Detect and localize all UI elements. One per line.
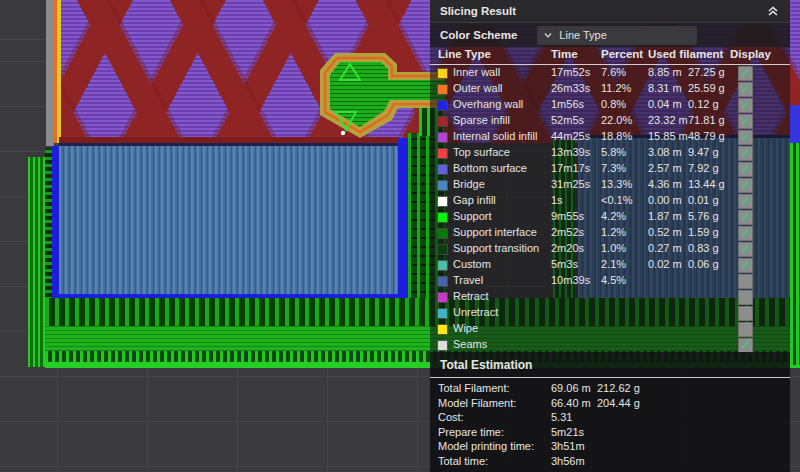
- line-type-row: Wipe: [430, 321, 790, 337]
- line-type-color-swatch: [437, 100, 448, 111]
- line-type-filament-m: 0.52 m: [648, 226, 682, 238]
- line-type-label: Outer wall: [453, 82, 503, 94]
- total-label: Cost:: [438, 411, 464, 423]
- line-type-percent: 22.0%: [601, 114, 632, 126]
- line-type-label: Inner wall: [453, 66, 500, 78]
- line-type-filament-m: 2.57 m: [648, 162, 682, 174]
- line-type-percent: 11.2%: [601, 82, 631, 94]
- line-type-color-swatch: [437, 84, 448, 95]
- line-type-filament-g: 13.44 g: [688, 178, 725, 190]
- line-type-filament-m: 8.31 m: [648, 82, 682, 94]
- display-checkbox[interactable]: ✓: [738, 82, 753, 97]
- line-type-percent: 5.8%: [601, 146, 626, 158]
- total-estimation-section: Total Estimation Total Filament:69.06 m2…: [430, 352, 790, 472]
- line-type-label: Travel: [453, 274, 483, 286]
- bridge-surface: [59, 143, 398, 301]
- edge-support-strip: [790, 143, 800, 365]
- total-label: Prepare time:: [438, 426, 504, 438]
- line-type-color-swatch: [437, 196, 448, 207]
- display-checkbox[interactable]: [738, 306, 753, 321]
- col-used-filament: Used filament: [648, 48, 723, 60]
- display-checkbox[interactable]: ✓: [738, 178, 753, 193]
- total-label: Total time:: [438, 455, 488, 467]
- line-type-filament-m: 4.36 m: [648, 178, 682, 190]
- line-type-row: Custom5m3s2.1%0.02 m0.06 g✓: [430, 257, 790, 273]
- total-estimation-row: Total time:3h56m: [430, 454, 790, 469]
- line-type-filament-m: 0.00 m: [648, 194, 682, 206]
- line-type-color-swatch: [437, 116, 448, 127]
- line-type-row: Retract: [430, 289, 790, 305]
- line-type-label: Bridge: [453, 178, 485, 190]
- line-type-filament-g: 48.79 g: [688, 130, 725, 142]
- display-checkbox[interactable]: [738, 322, 753, 337]
- line-type-filament-g: 71.81 g: [688, 114, 725, 126]
- line-type-time: 2m20s: [551, 242, 584, 254]
- line-type-color-swatch: [437, 292, 448, 303]
- display-checkbox[interactable]: ✓: [738, 226, 753, 241]
- line-type-color-swatch: [437, 260, 448, 271]
- line-type-row: Inner wall17m52s7.6%8.85 m27.25 g✓: [430, 65, 790, 81]
- total-value-1: 5m21s: [551, 426, 584, 438]
- collapse-panel-icon[interactable]: [766, 4, 780, 18]
- display-checkbox[interactable]: ✓: [738, 146, 753, 161]
- seam-dot: [341, 131, 345, 135]
- line-type-row: Unretract: [430, 305, 790, 321]
- line-type-filament-g: 0.06 g: [688, 258, 719, 270]
- line-type-color-swatch: [437, 244, 448, 255]
- display-checkbox[interactable]: ✓: [738, 130, 753, 145]
- support-column: [45, 148, 52, 300]
- line-type-filament-m: 8.85 m: [648, 66, 682, 78]
- line-type-time: 10m39s: [551, 274, 590, 286]
- display-checkbox[interactable]: ✓: [738, 258, 753, 273]
- line-type-color-swatch: [437, 324, 448, 335]
- line-type-time: 52m5s: [551, 114, 584, 126]
- line-type-filament-g: 25.59 g: [688, 82, 725, 94]
- line-type-label: Gap infill: [453, 194, 496, 206]
- line-type-label: Support transition: [453, 242, 539, 254]
- panel-title: Slicing Result: [440, 5, 516, 17]
- line-type-label: Seams: [453, 338, 487, 350]
- display-checkbox[interactable]: [738, 290, 753, 305]
- line-type-color-swatch: [437, 228, 448, 239]
- display-checkbox[interactable]: ✓: [738, 162, 753, 177]
- line-type-label: Overhang wall: [453, 98, 523, 110]
- line-type-percent: 1.2%: [601, 226, 626, 238]
- slicing-result-panel: Slicing Result Color Scheme Line Type Li…: [430, 0, 790, 472]
- line-type-percent: 13.3%: [601, 178, 632, 190]
- line-type-row: Gap infill1s<0.1%0.00 m0.01 g✓: [430, 193, 790, 209]
- total-label: Total Filament:: [438, 382, 510, 394]
- table-header-row: Line Type Time Percent Used filament Dis…: [430, 47, 790, 65]
- line-type-time: 2m52s: [551, 226, 584, 238]
- total-value-2: 212.62 g: [597, 382, 640, 394]
- line-type-label: Sparse infill: [453, 114, 510, 126]
- display-checkbox[interactable]: ✓: [738, 66, 753, 81]
- total-estimation-row: Model printing time:3h51m: [430, 439, 790, 454]
- line-type-row: Overhang wall1m56s0.8%0.04 m0.12 g✓: [430, 97, 790, 113]
- display-checkbox[interactable]: ✓: [738, 98, 753, 113]
- col-percent: Percent: [601, 48, 643, 60]
- line-type-label: Custom: [453, 258, 491, 270]
- line-type-time: 13m39s: [551, 146, 590, 158]
- line-type-filament-m: 0.27 m: [648, 242, 682, 254]
- display-checkbox[interactable]: ✓: [738, 242, 753, 257]
- line-type-percent: 4.2%: [601, 210, 626, 222]
- col-time: Time: [551, 48, 578, 60]
- display-checkbox[interactable]: [738, 274, 753, 289]
- line-type-filament-g: 9.47 g: [688, 146, 719, 158]
- display-checkbox[interactable]: ✓: [738, 338, 753, 353]
- line-type-color-swatch: [437, 68, 448, 79]
- line-type-label: Unretract: [453, 306, 498, 318]
- line-type-row: Top surface13m39s5.8%3.08 m9.47 g✓: [430, 145, 790, 161]
- line-type-time: 26m33s: [551, 82, 590, 94]
- color-scheme-dropdown[interactable]: Line Type: [537, 26, 697, 45]
- display-checkbox[interactable]: ✓: [738, 114, 753, 129]
- support-frame-left: [28, 157, 45, 367]
- display-checkbox[interactable]: ✓: [738, 210, 753, 225]
- color-scheme-value: Line Type: [559, 29, 607, 41]
- total-estimation-title: Total Estimation: [430, 352, 790, 378]
- color-scheme-label: Color Scheme: [440, 29, 517, 41]
- line-type-time: 5m3s: [551, 258, 578, 270]
- total-value-1: 66.40 m: [551, 397, 591, 409]
- line-type-filament-m: 0.04 m: [648, 98, 682, 110]
- display-checkbox[interactable]: ✓: [738, 194, 753, 209]
